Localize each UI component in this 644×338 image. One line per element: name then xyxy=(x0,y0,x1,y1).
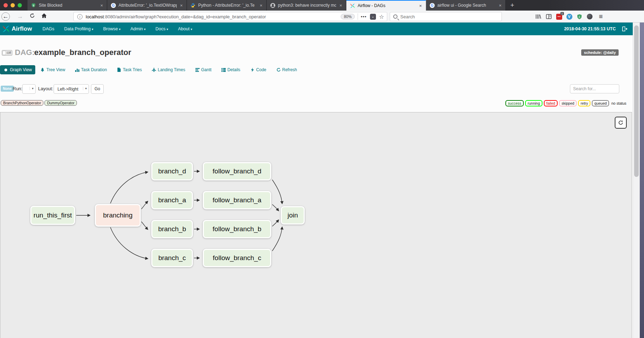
vimium-extension-icon[interactable]: V xyxy=(566,13,572,20)
github-favicon-icon xyxy=(270,2,275,8)
tab-airflow-dags-active[interactable]: Airflow - DAGs × xyxy=(346,0,426,11)
refresh-icon xyxy=(618,120,624,125)
nav-item-admin[interactable]: Admin▾ xyxy=(126,26,151,31)
airflow-brand[interactable]: Airflow xyxy=(2,25,32,33)
graph-refresh-button[interactable] xyxy=(615,117,627,129)
close-tab-icon[interactable]: × xyxy=(498,3,502,8)
nav-item-dags[interactable]: DAGs xyxy=(38,26,59,31)
menu-hamburger-icon[interactable]: ≡ xyxy=(599,13,603,20)
task-node-follow_branch_a[interactable]: follow_branch_a xyxy=(203,191,271,209)
forward-button[interactable]: → xyxy=(14,13,26,20)
tab-airflow-ui-search[interactable]: G airflow ui - Google Search × xyxy=(426,0,506,11)
shield-extension-icon[interactable]: £ xyxy=(576,13,583,20)
dag-graph-canvas[interactable]: run_this_first branching branch_d branch… xyxy=(0,112,632,338)
run-select[interactable]: ▾ xyxy=(22,84,36,94)
logout-icon[interactable] xyxy=(622,26,628,31)
svg-text:£: £ xyxy=(579,15,581,18)
close-tab-icon[interactable]: × xyxy=(259,3,263,8)
layout-select[interactable]: Left->Right▾ xyxy=(54,84,89,94)
home-button[interactable] xyxy=(38,13,50,20)
landing-times-link[interactable]: Landing Times xyxy=(152,67,185,72)
task-node-branching[interactable]: branching xyxy=(95,204,141,227)
sidebar-icon[interactable] xyxy=(546,13,552,20)
tab-title: Site Blocked xyxy=(39,3,97,8)
nav-item-data-profiling[interactable]: Data Profiling▾ xyxy=(59,26,98,31)
nav-item-about[interactable]: About▾ xyxy=(173,26,197,31)
url-path: :8080/admin/airflow/graph?execution_date… xyxy=(104,14,266,19)
tab-site-blocked[interactable]: $ Site Blocked × xyxy=(28,0,107,11)
dag-title-row: Off DAG: example_branch_operator schedul… xyxy=(0,48,632,59)
task-node-branch_a[interactable]: branch_a xyxy=(151,191,193,209)
plane-icon xyxy=(152,68,156,72)
urlbar-separator xyxy=(358,13,358,20)
minimize-window-button[interactable] xyxy=(11,3,15,7)
legend-status-retry: retry xyxy=(578,100,590,106)
task-node-follow_branch_b[interactable]: follow_branch_b xyxy=(203,220,271,238)
password-manager-extension-icon[interactable]: ••• 1 xyxy=(556,13,562,20)
reload-button[interactable] xyxy=(26,13,38,20)
go-button[interactable]: Go xyxy=(91,84,104,94)
containers-extension-icon[interactable] xyxy=(587,13,593,20)
airflow-logo-icon xyxy=(2,25,10,33)
pocket-icon[interactable]: ⌄ xyxy=(370,14,376,20)
bookmark-star-icon[interactable]: ☆ xyxy=(379,13,384,20)
refresh-icon xyxy=(276,68,281,72)
tree-icon xyxy=(40,68,45,72)
task-duration-link[interactable]: Task Duration xyxy=(75,67,107,72)
bar-chart-icon xyxy=(75,68,80,72)
chevron-down-icon: ▾ xyxy=(190,27,192,31)
legend-branchpythonoperator: BranchPythonOperator xyxy=(1,100,43,106)
task-node-join[interactable]: join xyxy=(281,206,305,225)
firefox-window: $ Site Blocked × G AttributeError: '_io.… xyxy=(0,0,644,338)
close-tab-icon[interactable]: × xyxy=(179,3,183,8)
close-tab-icon[interactable]: × xyxy=(418,3,423,8)
zoom-level-badge[interactable]: 80% xyxy=(341,14,355,19)
google-favicon-icon: G xyxy=(110,2,116,8)
page-info-icon[interactable]: i xyxy=(77,14,83,19)
close-window-button[interactable] xyxy=(4,3,8,7)
nav-item-docs[interactable]: Docs▾ xyxy=(151,26,173,31)
zoom-window-button[interactable] xyxy=(18,3,22,7)
tab-github-issue[interactable]: python3: behave incorrectly mo × xyxy=(267,0,346,11)
nav-item-browse[interactable]: Browse▾ xyxy=(98,26,126,31)
tree-view-link[interactable]: Tree View xyxy=(40,67,65,72)
legend-status-success: success xyxy=(505,100,524,106)
airflow-navbar: Airflow DAGs Data Profiling▾ Browse▾ Adm… xyxy=(0,23,644,35)
url-bar[interactable]: i localhost:8080/admin/airflow/graph?exe… xyxy=(73,12,387,21)
task-node-branch_c[interactable]: branch_c xyxy=(151,249,193,267)
task-node-run_this_first[interactable]: run_this_first xyxy=(30,206,75,225)
extension-badge: 1 xyxy=(560,12,564,15)
browser-search-box[interactable] xyxy=(390,12,502,21)
gantt-icon xyxy=(195,68,200,72)
details-link[interactable]: Details xyxy=(221,67,241,72)
graph-view-button[interactable]: Graph View xyxy=(0,65,35,74)
shield-favicon-icon: $ xyxy=(31,2,36,8)
task-tries-link[interactable]: Task Tries xyxy=(117,67,142,72)
task-node-branch_d[interactable]: branch_d xyxy=(151,162,193,180)
task-search-input[interactable] xyxy=(570,84,619,93)
page-actions-icon[interactable]: ••• xyxy=(361,14,367,19)
back-button[interactable]: ← xyxy=(1,12,10,21)
new-tab-button[interactable]: + xyxy=(506,0,519,11)
search-icon xyxy=(393,14,397,19)
tab-python-stackoverflow[interactable]: Python - AttributeError: '_io.Te × xyxy=(187,0,267,11)
browser-search-input[interactable] xyxy=(400,14,492,19)
base-date-badge: None xyxy=(1,86,14,92)
page-scrollbar[interactable] xyxy=(633,23,640,338)
edge-follow_branch_d-join xyxy=(272,180,282,204)
close-tab-icon[interactable]: × xyxy=(339,3,343,8)
code-link[interactable]: Code xyxy=(250,67,266,72)
graph-controls-row: None Run: ▾ Layout: Left->Right▾ Go xyxy=(0,84,632,94)
close-tab-icon[interactable]: × xyxy=(99,3,104,8)
legend-status-no-status: no status xyxy=(610,101,627,106)
task-node-branch_b[interactable]: branch_b xyxy=(151,220,193,238)
task-node-follow_branch_d[interactable]: follow_branch_d xyxy=(203,162,271,180)
task-node-follow_branch_c[interactable]: follow_branch_c xyxy=(203,249,271,267)
gantt-link[interactable]: Gantt xyxy=(195,67,211,72)
tab-attributeerror-search[interactable]: G AttributeError: '_io.TextIOWrapp × xyxy=(107,0,187,11)
edge-follow_branch_c-join xyxy=(272,227,282,251)
dag-pause-toggle[interactable]: Off xyxy=(2,50,12,56)
library-icon[interactable] xyxy=(535,13,542,20)
refresh-link[interactable]: Refresh xyxy=(276,67,297,72)
scrollbar-thumb[interactable] xyxy=(634,25,639,177)
